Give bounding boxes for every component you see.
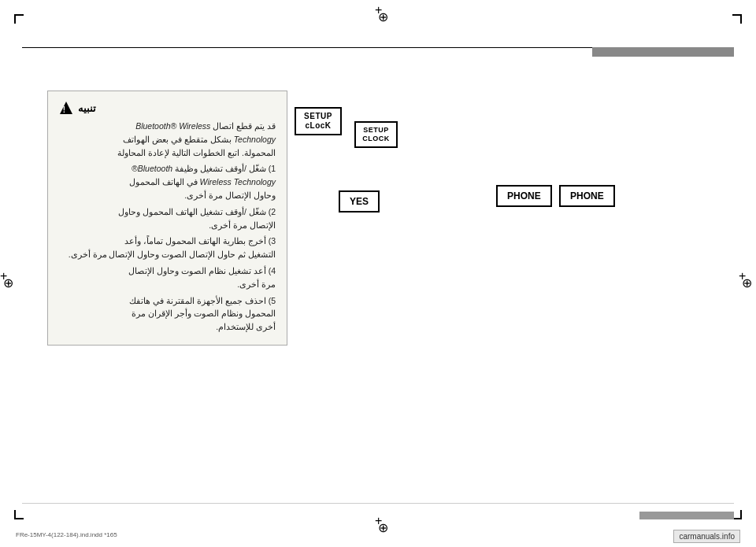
footer-bar: FRe-15MY-4(122-184).ind.indd *165 carman… [0, 522, 756, 547]
warning-icon: ! [59, 101, 73, 115]
phone-button-1[interactable]: PHONE [496, 185, 552, 207]
crosshair-right: ⊕ [742, 275, 753, 286]
setup-clock-1-line1: SETUP [302, 112, 334, 121]
setup-clock-2-line1: SETUP [362, 126, 390, 135]
corner-mark-tl [14, 14, 24, 24]
gray-header-bar [592, 47, 734, 57]
corner-mark-tr [732, 14, 742, 24]
crosshair-top: ⊕ [378, 9, 389, 20]
phone-button-2-label: PHONE [570, 190, 604, 201]
logo-text: carmanuals.info [679, 532, 735, 541]
svg-marker-0 [60, 102, 72, 114]
setup-clock-button-1[interactable]: SETUP cLocK [295, 107, 342, 135]
phone-button-1-label: PHONE [507, 190, 541, 201]
setup-clock-2-line2: CLOCK [362, 135, 390, 143]
yes-button[interactable]: YES [339, 190, 380, 213]
bottom-rule-line [22, 503, 734, 504]
file-info: FRe-15MY-4(122-184).ind.indd *165 [16, 531, 117, 538]
warning-box: تنبيه ! قد يتم قطع اتصال Bluetooth® Wire… [47, 91, 287, 346]
setup-clock-button-2[interactable]: SETUP CLOCK [354, 121, 398, 148]
svg-text:!: ! [63, 105, 65, 114]
carmanuals-logo-area: carmanuals.info [673, 528, 740, 542]
yes-button-label: YES [350, 196, 369, 207]
carmanuals-logo: carmanuals.info [673, 530, 740, 543]
warning-title: تنبيه ! [59, 101, 276, 115]
corner-mark-bl [14, 510, 24, 519]
warning-text-content: قد يتم قطع اتصال Bluetooth® Wireless Tec… [59, 120, 276, 334]
warning-title-text: تنبيه [78, 102, 96, 114]
crosshair-left: ⊕ [3, 275, 14, 286]
setup-clock-1-line2: cLocK [302, 121, 334, 131]
phone-button-2[interactable]: PHONE [559, 185, 615, 207]
page-number-band [639, 512, 734, 519]
